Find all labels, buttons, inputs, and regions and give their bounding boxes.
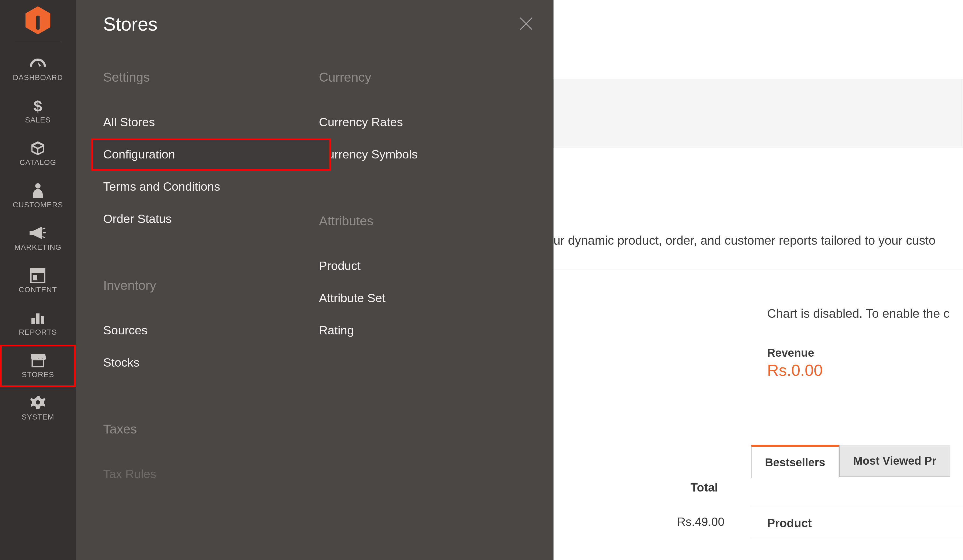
flyout-col-left: Settings All Stores Configuration Terms …	[103, 70, 319, 490]
gauge-icon	[28, 55, 47, 72]
scope-bar	[553, 79, 963, 148]
sidebar-item-reports[interactable]: REPORTS	[0, 302, 76, 345]
svg-rect-7	[32, 359, 44, 367]
magento-logo[interactable]	[23, 5, 53, 34]
svg-point-8	[36, 400, 40, 405]
tab-most-viewed[interactable]: Most Viewed Pr	[839, 445, 950, 477]
group-heading-settings: Settings	[103, 70, 319, 84]
menu-item-product[interactable]: Product	[319, 250, 535, 282]
sidebar-label: SALES	[25, 116, 50, 125]
menu-item-attribute-set[interactable]: Attribute Set	[319, 282, 535, 314]
sidebar-label: MARKETING	[14, 243, 61, 252]
menu-item-tax-rules[interactable]: Tax Rules	[103, 458, 319, 490]
sidebar-item-customers[interactable]: CUSTOMERS	[0, 175, 76, 217]
flyout-title: Stores	[103, 13, 157, 35]
close-button[interactable]	[519, 17, 533, 32]
menu-item-sources[interactable]: Sources	[103, 314, 319, 346]
sidebar-label: CATALOG	[19, 158, 57, 167]
menu-item-stocks[interactable]: Stocks	[103, 346, 319, 379]
dollar-icon: $	[34, 97, 42, 114]
tab-bestsellers[interactable]: Bestsellers	[751, 445, 839, 479]
person-icon	[32, 182, 44, 199]
product-column-header: Product	[767, 516, 812, 530]
group-heading-inventory: Inventory	[103, 278, 319, 293]
sidebar-item-stores[interactable]: STORES	[0, 345, 76, 387]
group-heading-attributes: Attributes	[319, 214, 535, 228]
layout-icon	[30, 267, 45, 284]
sidebar-item-dashboard[interactable]: DASHBOARD	[0, 47, 76, 90]
total-column-header: Total	[691, 481, 718, 494]
admin-sidebar: DASHBOARD $ SALES CATALOG CUSTOMERS MARK…	[0, 0, 76, 560]
stores-flyout: Stores Settings All Stores Configuration…	[76, 0, 553, 560]
storefront-icon	[29, 352, 46, 369]
sidebar-label: REPORTS	[19, 328, 57, 337]
chart-disabled-message: Chart is disabled. To enable the c	[767, 306, 950, 321]
svg-rect-4	[31, 318, 35, 324]
revenue-value: Rs.0.00	[767, 361, 823, 380]
sidebar-item-catalog[interactable]: CATALOG	[0, 133, 76, 175]
menu-item-rating[interactable]: Rating	[319, 314, 535, 346]
svg-rect-5	[36, 314, 39, 324]
sidebar-label: CONTENT	[19, 285, 57, 294]
table-divider	[751, 505, 963, 505]
sidebar-label: SYSTEM	[21, 413, 54, 421]
revenue-label: Revenue	[767, 346, 823, 359]
menu-item-all-stores[interactable]: All Stores	[103, 106, 319, 138]
sidebar-label: CUSTOMERS	[13, 201, 63, 209]
bar-chart-icon	[30, 310, 45, 326]
gear-icon	[30, 395, 45, 411]
menu-item-terms-conditions[interactable]: Terms and Conditions	[103, 170, 319, 203]
dashboard-tabs: Bestsellers Most Viewed Pr	[751, 445, 950, 479]
menu-item-configuration[interactable]: Configuration	[91, 138, 331, 170]
flyout-col-right: Currency Currency Rates Currency Symbols…	[319, 70, 535, 490]
sidebar-item-system[interactable]: SYSTEM	[0, 387, 76, 429]
total-value: Rs.49.00	[677, 515, 725, 529]
sidebar-item-sales[interactable]: $ SALES	[0, 90, 76, 133]
svg-rect-6	[41, 316, 44, 324]
sidebar-label: DASHBOARD	[13, 73, 63, 82]
group-heading-currency: Currency	[319, 70, 535, 84]
close-icon	[519, 17, 533, 31]
svg-point-0	[35, 183, 41, 189]
main-content: ur dynamic product, order, and customer …	[553, 0, 963, 560]
svg-rect-3	[33, 275, 37, 280]
menu-item-currency-rates[interactable]: Currency Rates	[319, 106, 535, 138]
cube-icon	[30, 140, 46, 157]
revenue-stat: Revenue Rs.0.00	[767, 346, 823, 380]
svg-rect-2	[31, 269, 45, 273]
sidebar-item-content[interactable]: CONTENT	[0, 260, 76, 302]
sidebar-label: STORES	[22, 371, 54, 379]
bi-promo-text: ur dynamic product, order, and customer …	[553, 233, 963, 269]
megaphone-icon	[29, 225, 47, 241]
menu-item-currency-symbols[interactable]: Currency Symbols	[319, 138, 535, 170]
sidebar-item-marketing[interactable]: MARKETING	[0, 217, 76, 260]
group-heading-taxes: Taxes	[103, 422, 319, 437]
menu-item-order-status[interactable]: Order Status	[103, 203, 319, 235]
